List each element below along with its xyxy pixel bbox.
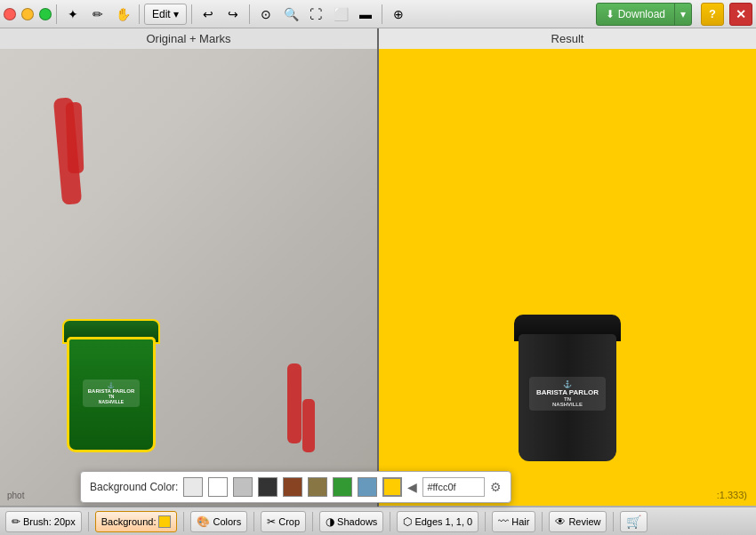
swatch-tan[interactable] [308,477,327,497]
cart-icon: 🛒 [626,515,641,529]
undo-button[interactable]: ↩ [197,3,220,26]
bottom-toolbar: ✏ Brush: 20px Background: 🎨 Colors ✂ Cro… [0,507,756,535]
brush-tool-button[interactable]: ✏ [86,3,109,26]
app-close-button[interactable]: ✕ [729,3,752,26]
crop-icon: ✂ [267,515,276,528]
main-area: Original + Marks ⚓ BARISTA PARLOR TN NAS… [0,28,756,507]
split-view-button[interactable]: ▬ [354,3,377,26]
hand-tool-button[interactable]: ✋ [111,3,134,26]
right-canvas[interactable]: ⚓ BARISTA PARLOR TN NASHVILLE :1.333) [379,49,756,506]
hair-label: Hair [511,516,529,527]
left-canvas[interactable]: ⚓ BARISTA PARLOR TN NASHVILLE phot [0,49,377,506]
fullscreen-button[interactable]: ⬜ [329,3,352,26]
pointer-tool-button[interactable]: ✦ [61,3,84,26]
swatch-blue[interactable] [358,477,377,497]
swatch-gray[interactable] [233,477,253,497]
cup-logo-orig: ⚓ BARISTA PARLOR TN NASHVILLE [83,379,140,407]
color-hex-input[interactable] [422,477,485,497]
download-icon: ⬇ [606,8,615,20]
view-toggle-button[interactable]: ⊕ [387,3,410,26]
brush-indicator[interactable]: ✏ Brush: 20px [5,511,82,532]
shadows-button[interactable]: ◑ Shadows [319,511,383,532]
brush-label: Brush: 20px [23,516,76,527]
hair-icon: 〰 [498,515,509,528]
cart-button[interactable]: 🛒 [620,511,647,532]
edit-menu-button[interactable]: Edit ▾ [144,4,187,25]
result-cup-body: ⚓ BARISTA PARLOR TN NASHVILLE [519,334,616,461]
brush-icon: ✏ [12,515,20,528]
colors-button[interactable]: 🎨 Colors [190,511,247,532]
review-icon: 👁 [555,515,566,528]
window-close-button[interactable] [4,8,16,20]
right-panel-label: Result [379,28,756,49]
color-picker-popup: Background Color: ◀ ⚙ [80,471,511,503]
crop-label: Crop [278,516,300,527]
download-button[interactable]: ⬇ Download ▾ [596,3,692,26]
aspect-ratio-label: :1.333) [717,490,747,500]
redo-button[interactable]: ↪ [221,3,245,26]
red-mark-4 [302,399,315,452]
shadows-icon: ◑ [326,515,334,528]
swatch-lightgray[interactable] [183,477,203,497]
top-toolbar: ✦ ✏ ✋ Edit ▾ ↩ ↪ ⊙ 🔍 ⛶ ⬜ ▬ ⊕ ⬇ Download … [0,0,756,28]
red-mark-2 [66,102,84,174]
original-cup: ⚓ BARISTA PARLOR TN NASHVILLE [62,319,160,452]
swatch-white[interactable] [208,477,228,497]
result-cup-logo: ⚓ BARISTA PARLOR TN NASHVILLE [529,377,606,411]
download-label: Download [618,8,665,20]
download-arrow-button[interactable]: ▾ [674,4,691,25]
right-panel: Result ⚓ BARISTA PARLOR TN NASHVILLE :1.… [379,28,756,507]
colors-label: Colors [213,516,241,527]
swatch-black[interactable] [258,477,277,497]
zoom-actual-button[interactable]: ⊙ [254,3,277,26]
fit-screen-button[interactable]: ⛶ [304,3,327,26]
swatch-yellow[interactable] [382,477,402,497]
edges-button[interactable]: ⬡ Edges 1, 1, 0 [397,511,479,532]
hair-button[interactable]: 〰 Hair [492,511,535,532]
window-minimize-button[interactable] [21,8,34,20]
edges-label: Edges 1, 1, 0 [414,516,472,527]
color-settings-icon[interactable]: ⚙ [490,480,502,494]
edges-icon: ⬡ [403,515,412,528]
swatch-brown[interactable] [283,477,302,497]
colors-icon: 🎨 [197,515,210,528]
zoom-out-button[interactable]: 🔍 [279,3,302,26]
crop-button[interactable]: ✂ Crop [261,511,306,532]
background-label: Background: [101,516,157,527]
cup-body-orig: ⚓ BARISTA PARLOR TN NASHVILLE [67,337,156,452]
help-button[interactable]: ? [701,3,724,26]
result-cup: ⚓ BARISTA PARLOR TN NASHVILLE [514,315,621,461]
shadows-label: Shadows [337,516,377,527]
watermark: phot [7,491,24,500]
review-button[interactable]: 👁 Review [549,511,607,532]
color-picker-label: Background Color: [90,481,178,493]
color-more-arrow[interactable]: ◀ [407,480,417,494]
background-button[interactable]: Background: [95,511,178,532]
swatch-green[interactable] [333,477,352,497]
red-mark-3 [287,363,302,443]
left-panel: Original + Marks ⚓ BARISTA PARLOR TN NAS… [0,28,379,507]
review-label: Review [568,516,600,527]
window-maximize-button[interactable] [39,8,52,20]
left-panel-label: Original + Marks [0,28,377,49]
background-color-swatch[interactable] [158,515,171,528]
